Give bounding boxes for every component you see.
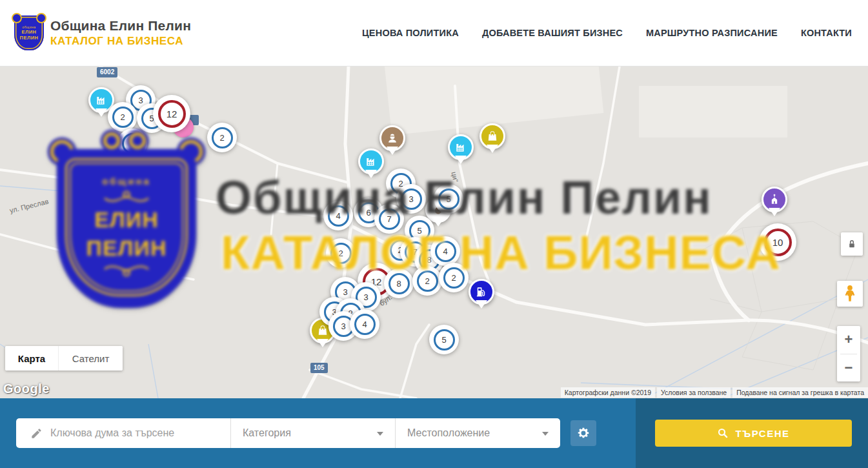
pencil-icon — [30, 427, 43, 440]
cluster-count: 5 — [438, 188, 459, 210]
cluster-marker[interactable]: 12 — [153, 95, 190, 132]
cluster-count — [122, 133, 143, 154]
pin-tail — [476, 300, 487, 309]
pin-tail — [365, 170, 377, 178]
cluster-count: 2 — [330, 243, 352, 264]
search-button-label: ТЪРСЕНЕ — [735, 428, 789, 439]
cluster-count: 3 — [401, 188, 422, 210]
cluster-marker[interactable]: 8 — [384, 269, 414, 298]
pin-tail — [769, 208, 780, 216]
cluster-marker[interactable] — [117, 128, 147, 158]
zoom-control: + − — [837, 326, 860, 382]
header: община ЕЛИН ПЕЛИН Община Елин Пелин КАТА… — [0, 0, 868, 66]
map-type-map-button[interactable]: Карта — [5, 346, 58, 371]
lock-icon — [846, 238, 858, 250]
zoom-in-button[interactable]: + — [837, 326, 860, 354]
search-icon — [717, 427, 729, 439]
site-subtitle: КАТАЛОГ НА БИЗНЕСА — [50, 35, 191, 48]
cluster-count: 2 — [417, 270, 438, 292]
cluster-count: 4 — [435, 241, 456, 262]
cluster-count: 4 — [354, 314, 376, 335]
municipal-crest-icon: община ЕЛИН ПЕЛИН — [14, 15, 44, 50]
shopping-bag-icon — [316, 324, 329, 337]
cluster-marker[interactable]: 4 — [430, 236, 460, 266]
keyword-search-input[interactable] — [50, 427, 212, 439]
cluster-count: 8 — [389, 273, 410, 294]
cluster-count: 7 — [379, 209, 400, 230]
main-nav: ЦЕНОВА ПОЛИТИКАДОБАВЕТЕ ВАШИЯТ БИЗНЕСМАР… — [362, 28, 852, 38]
cluster-count: 12 — [158, 100, 186, 128]
zoom-out-button[interactable]: − — [837, 354, 860, 382]
pin-tail — [487, 145, 498, 153]
attribution-link[interactable]: Условия за ползване — [657, 387, 731, 398]
brand-text: Община Елин Пелин КАТАЛОГ НА БИЗНЕСА — [50, 18, 191, 48]
search-bar: Категория Местоположение Т — [0, 398, 868, 468]
road-number-badge: 105 — [310, 363, 328, 373]
crest-name-line2: ПЕЛИН — [20, 35, 39, 41]
cluster-count: 2 — [443, 267, 465, 289]
site-logo[interactable]: община ЕЛИН ПЕЛИН Община Елин Пелин КАТА… — [14, 15, 191, 50]
factory-icon — [454, 141, 467, 154]
pin-tail — [317, 339, 328, 347]
cluster-marker[interactable]: 7 — [374, 204, 404, 234]
advanced-settings-button[interactable] — [570, 420, 596, 446]
cluster-count: 4 — [328, 205, 349, 227]
pin-tail — [432, 218, 444, 227]
fuel-icon — [475, 285, 488, 298]
cluster-marker[interactable]: 4 — [350, 309, 379, 339]
keyword-field — [16, 418, 230, 448]
search-bar-left: Категория Местоположение — [0, 398, 636, 468]
search-fields: Категория Местоположение — [16, 418, 560, 448]
cluster-count: 2 — [112, 107, 134, 128]
cluster-marker[interactable]: 4 — [323, 201, 353, 230]
cluster-marker[interactable]: 2 — [412, 266, 442, 296]
category-select-label: Категория — [243, 427, 291, 439]
nav-item[interactable]: КОНТАКТИ — [801, 28, 852, 38]
category-pin-factory[interactable] — [448, 134, 474, 160]
cluster-count: 2 — [212, 127, 233, 148]
chevron-down-icon — [542, 432, 549, 436]
cluster-count: 5 — [434, 329, 455, 351]
google-logo[interactable]: Google — [3, 382, 50, 396]
location-select-label: Местоположение — [407, 427, 490, 439]
road-number-badge: 6002 — [97, 67, 117, 77]
map-type-control: Карта Сателит — [5, 346, 123, 371]
map-canvas[interactable]: ул. Преславбул. „Новоселци“ 6002105 3251… — [0, 66, 868, 398]
factory-icon — [95, 94, 108, 107]
category-pin-factory[interactable] — [358, 148, 384, 174]
cluster-marker[interactable]: 5 — [429, 325, 459, 354]
location-select[interactable]: Местоположение — [395, 418, 560, 448]
nav-item[interactable]: ЦЕНОВА ПОЛИТИКА — [362, 28, 459, 38]
map-type-satellite-button[interactable]: Сателит — [58, 346, 123, 371]
category-pin-church[interactable] — [762, 187, 787, 212]
shopping-bag-icon — [486, 130, 499, 143]
factory-icon — [365, 155, 378, 168]
cluster-marker[interactable]: 2 — [108, 102, 137, 132]
nav-item[interactable]: МАРШРУТНО РАЗПИСАНИЕ — [646, 28, 778, 38]
worker-icon — [386, 132, 399, 145]
crest-name-line1: ЕЛИН — [21, 29, 36, 35]
page: община ЕЛИН ПЕЛИН Община Елин Пелин КАТА… — [0, 0, 868, 468]
church-icon — [768, 193, 781, 206]
cluster-marker[interactable]: 2 — [326, 238, 356, 268]
category-pin-worker[interactable] — [379, 125, 405, 151]
cluster-marker[interactable]: 5 — [434, 184, 463, 214]
pin-tail — [455, 156, 467, 164]
cluster-marker[interactable]: 2 — [207, 123, 237, 152]
cluster-marker[interactable]: 10 — [759, 223, 796, 261]
nav-item[interactable]: ДОБАВЕТЕ ВАШИЯТ БИЗНЕС — [482, 28, 623, 38]
chevron-down-icon — [377, 432, 383, 436]
pin-tail — [387, 147, 398, 155]
search-bar-right: ТЪРСЕНЕ — [636, 398, 868, 468]
category-select[interactable]: Категория — [230, 418, 395, 448]
attribution-link[interactable]: Подаване на сигнал за грешка в картата — [732, 387, 868, 398]
lock-control[interactable] — [841, 232, 863, 256]
attribution-text: Картографски данни ©2019 — [561, 387, 655, 398]
street-view-pegman[interactable] — [837, 281, 863, 307]
cluster-marker[interactable]: 2 — [439, 263, 469, 292]
map-attribution: Картографски данни ©2019Условия за ползв… — [561, 387, 868, 398]
search-button[interactable]: ТЪРСЕНЕ — [655, 420, 852, 447]
pegman-icon — [842, 284, 858, 303]
category-pin-shopping-bag[interactable] — [479, 123, 505, 149]
category-pin-fuel[interactable] — [469, 279, 494, 305]
